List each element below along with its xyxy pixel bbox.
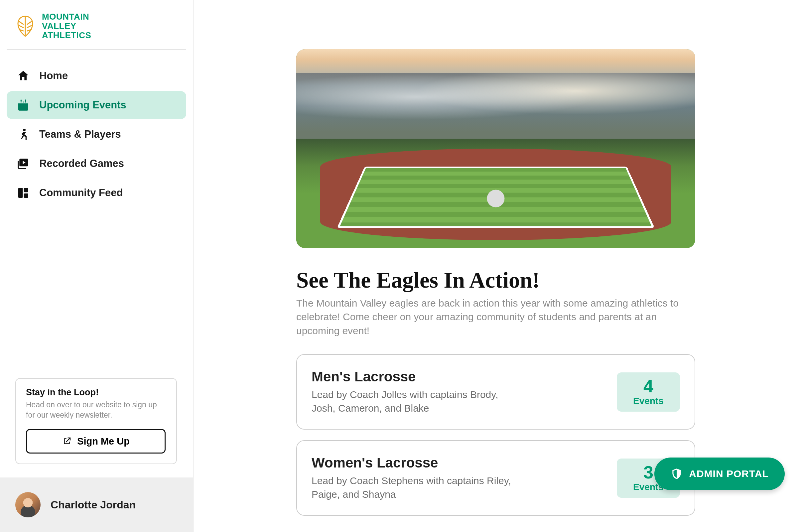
sidebar-item-upcoming-events[interactable]: Upcoming Events	[7, 91, 186, 119]
sidebar-item-teams-players[interactable]: Teams & Players	[7, 120, 186, 148]
admin-portal-label: ADMIN PORTAL	[689, 468, 769, 479]
sidebar-item-community-feed[interactable]: Community Feed	[7, 179, 186, 207]
event-count: 4	[643, 377, 653, 395]
svg-rect-0	[21, 100, 22, 102]
svg-rect-10	[24, 193, 28, 198]
svg-rect-8	[18, 188, 23, 198]
event-card[interactable]: Men's Lacrosse Lead by Coach Jolles with…	[296, 354, 695, 430]
admin-portal-button[interactable]: ADMIN PORTAL	[654, 457, 785, 490]
runner-icon	[17, 128, 30, 141]
event-count: 3	[643, 463, 653, 481]
newsletter-card: Stay in the Loop! Head on over to our we…	[15, 378, 177, 464]
newsletter-subtitle: Head on over to our website to sign up f…	[26, 400, 166, 420]
sidebar: MOUNTAIN VALLEY ATHLETICS Home Upcoming …	[0, 0, 193, 532]
hero-image	[296, 49, 695, 248]
svg-point-3	[23, 101, 24, 102]
open-external-icon	[62, 436, 72, 446]
sidebar-item-label: Teams & Players	[39, 128, 121, 140]
event-title: Men's Lacrosse	[311, 369, 524, 385]
current-user[interactable]: Charlotte Jordan	[0, 477, 193, 532]
avatar	[15, 492, 41, 517]
eagle-logo-icon	[15, 14, 36, 38]
brand-line3: ATHLETICS	[42, 31, 91, 40]
sidebar-item-label: Community Feed	[39, 187, 123, 199]
sidebar-nav: Home Upcoming Events Teams & Players Rec…	[7, 50, 186, 207]
brand-line2: VALLEY	[42, 21, 91, 31]
calendar-icon	[17, 98, 30, 112]
event-count-badge: 4 Events	[617, 373, 680, 412]
sign-me-up-button[interactable]: Sign Me Up	[26, 429, 166, 454]
event-card[interactable]: Women's Lacrosse Lead by Coach Stephens …	[296, 440, 695, 516]
shield-icon	[670, 468, 683, 480]
video-library-icon	[17, 157, 30, 170]
sidebar-item-label: Upcoming Events	[39, 99, 126, 111]
main-content: See The Eagles In Action! The Mountain V…	[193, 0, 798, 532]
brand-logo[interactable]: MOUNTAIN VALLEY ATHLETICS	[7, 12, 186, 50]
event-subtitle: Lead by Coach Stephens with captains Ril…	[311, 474, 524, 501]
sidebar-item-recorded-games[interactable]: Recorded Games	[7, 150, 186, 177]
svg-point-2	[21, 101, 22, 102]
sidebar-item-home[interactable]: Home	[7, 62, 186, 90]
svg-rect-1	[25, 100, 26, 102]
event-list: Men's Lacrosse Lead by Coach Jolles with…	[296, 354, 695, 516]
sidebar-item-label: Home	[39, 70, 68, 82]
svg-point-5	[23, 129, 25, 131]
sidebar-item-label: Recorded Games	[39, 158, 124, 170]
page-subtitle: The Mountain Valley eagles are back in a…	[296, 296, 692, 338]
svg-point-4	[25, 101, 26, 102]
sign-me-up-label: Sign Me Up	[77, 436, 130, 447]
svg-rect-9	[24, 188, 28, 192]
event-count-label: Events	[633, 396, 664, 406]
page-title: See The Eagles In Action!	[296, 267, 695, 293]
event-title: Women's Lacrosse	[311, 455, 524, 471]
user-name: Charlotte Jordan	[51, 499, 136, 511]
dashboard-icon	[17, 186, 30, 200]
brand-line1: MOUNTAIN	[42, 12, 91, 21]
home-icon	[17, 69, 30, 82]
event-subtitle: Lead by Coach Jolles with captains Brody…	[311, 388, 524, 415]
newsletter-title: Stay in the Loop!	[26, 387, 166, 398]
